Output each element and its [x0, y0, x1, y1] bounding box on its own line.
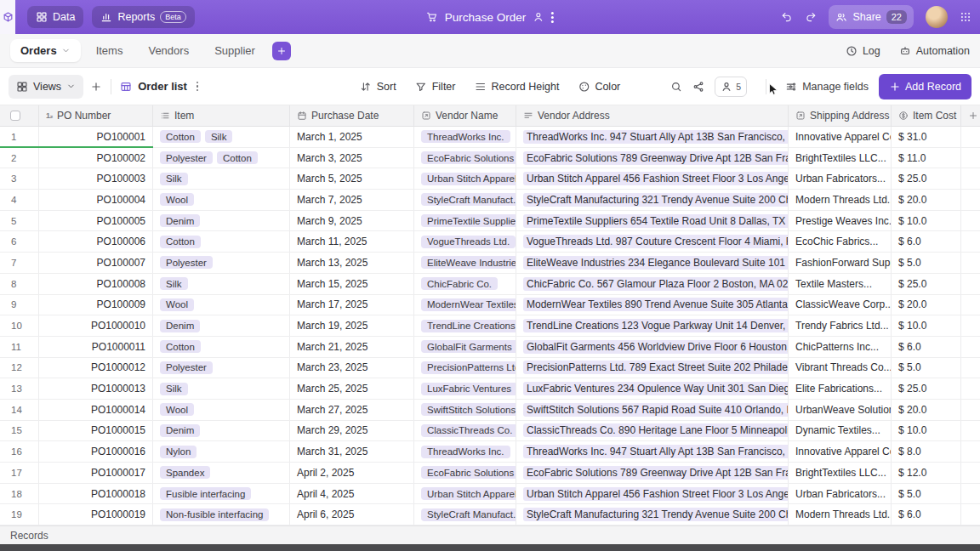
cell-po-number[interactable]: PO1000016 — [39, 441, 153, 462]
cell-item[interactable]: Silk — [153, 168, 290, 189]
cell-purchase-date[interactable]: April 4, 2025 — [290, 484, 414, 504]
cell-item-cost[interactable]: $ 6.0 — [892, 231, 961, 252]
cell-po-number[interactable]: PO1000011 — [39, 337, 153, 357]
cell-shipping-address[interactable]: Elite Fabrications... — [789, 378, 892, 399]
cell-item-cost[interactable]: $ 20.0 — [892, 400, 961, 420]
share-button[interactable]: Share 22 — [829, 5, 914, 29]
cell-po-number[interactable]: PO1000015 — [39, 421, 153, 441]
automation-button[interactable]: Automation — [899, 45, 970, 57]
cell-vendor-address[interactable]: EliteWeave Industries 234 Elegance Boule… — [516, 253, 789, 273]
row-number[interactable]: 4 — [0, 190, 39, 210]
cell-po-number[interactable]: PO1000019 — [39, 504, 153, 525]
cell-purchase-date[interactable]: March 29, 2025 — [290, 421, 414, 441]
cell-vendor-address[interactable]: SwiftStitch Solutions 567 Rapid Road Sui… — [516, 400, 789, 420]
user-avatar[interactable] — [926, 6, 948, 28]
column-header-item[interactable]: Item — [153, 105, 290, 126]
cell-shipping-address[interactable]: Innovative Apparel Co... — [789, 127, 892, 147]
cell-item[interactable]: Cotton — [153, 231, 290, 252]
cell-shipping-address[interactable]: ChicPatterns Inc... — [789, 337, 892, 357]
manage-fields-button[interactable]: Manage fields — [785, 81, 869, 93]
cell-vendor-name[interactable]: TrendLine Creations — [414, 315, 516, 336]
cell-po-number[interactable]: PO100001 — [39, 127, 153, 147]
cell-vendor-address[interactable]: StyleCraft Manufacturing 321 Trendy Aven… — [516, 504, 789, 525]
cell-vendor-name[interactable]: EliteWeave Industries — [414, 253, 516, 273]
cell-vendor-name[interactable]: StyleCraft Manufact... — [414, 504, 516, 525]
cell-purchase-date[interactable]: March 27, 2025 — [290, 400, 414, 420]
cell-vendor-name[interactable]: SwiftStitch Solutions — [414, 400, 516, 420]
cell-vendor-address[interactable]: Urban Stitch Apparel 456 Fashion Street … — [516, 484, 789, 504]
column-header-po-number[interactable]: 1₂PO Number — [39, 105, 153, 126]
reports-button[interactable]: Reports Beta — [92, 6, 194, 28]
cell-purchase-date[interactable]: March 7, 2025 — [290, 190, 414, 210]
row-number[interactable]: 9 — [0, 295, 39, 315]
column-header-vendor-address[interactable]: Vendor Address — [516, 105, 789, 126]
sort-button[interactable]: Sort — [352, 75, 404, 99]
cell-item-cost[interactable]: $ 6.0 — [892, 504, 961, 525]
cell-vendor-name[interactable]: ThreadWorks Inc. — [414, 441, 516, 462]
app-logo[interactable] — [0, 0, 15, 34]
cell-item[interactable]: Denim — [153, 421, 290, 441]
cell-item-cost[interactable]: $ 10.0 — [892, 211, 961, 231]
cell-vendor-address[interactable]: StyleCraft Manufacturing 321 Trendy Aven… — [516, 190, 789, 210]
cell-vendor-name[interactable]: ClassicThreads Co. — [414, 421, 516, 441]
cell-item[interactable]: CottonSilk — [153, 127, 290, 147]
cell-item[interactable]: Wool — [153, 190, 290, 210]
search-button[interactable] — [670, 81, 682, 93]
color-button[interactable]: Color — [570, 75, 628, 99]
row-number[interactable]: 5 — [0, 211, 39, 231]
redo-button[interactable] — [805, 11, 817, 23]
cell-item[interactable]: Fusible interfacing — [153, 484, 290, 504]
cell-vendor-address[interactable]: ModernWear Textiles 890 Trend Avenue Sui… — [516, 295, 789, 315]
cell-shipping-address[interactable]: BrightTextiles LLC... — [789, 148, 892, 168]
cell-item[interactable]: Nylon — [153, 441, 290, 462]
cell-shipping-address[interactable]: Modern Threads Ltd... — [789, 504, 892, 525]
cell-purchase-date[interactable]: March 15, 2025 — [290, 274, 414, 294]
views-button[interactable]: Views — [9, 75, 83, 99]
cell-item[interactable]: PolyesterCotton — [153, 148, 290, 168]
cell-vendor-address[interactable]: LuxFabric Ventures 234 Opulence Way Unit… — [516, 378, 789, 399]
cell-vendor-address[interactable]: EcoFabric Solutions 789 Greenway Drive A… — [516, 148, 789, 168]
cell-item-cost[interactable]: $ 25.0 — [892, 274, 961, 294]
cell-po-number[interactable]: PO100004 — [39, 190, 153, 210]
cell-purchase-date[interactable]: April 2, 2025 — [290, 463, 414, 483]
cell-po-number[interactable]: PO1000012 — [39, 358, 153, 378]
view-menu-kebab-icon[interactable] — [197, 82, 199, 92]
cell-vendor-name[interactable]: PrimeTextile Suppliers — [414, 211, 516, 231]
cell-po-number[interactable]: PO100002 — [39, 148, 153, 168]
data-button[interactable]: Data — [27, 6, 83, 28]
cell-shipping-address[interactable]: UrbanWeave Solutions... — [789, 400, 892, 420]
cell-vendor-address[interactable]: Urban Stitch Apparel 456 Fashion Street … — [516, 168, 789, 189]
cell-shipping-address[interactable]: Urban Fabricators... — [789, 168, 892, 189]
cell-po-number[interactable]: PO100007 — [39, 253, 153, 273]
cell-purchase-date[interactable]: March 21, 2025 — [290, 337, 414, 357]
cell-item-cost[interactable]: $ 10.0 — [892, 421, 961, 441]
cell-item-cost[interactable]: $ 5.0 — [892, 253, 961, 273]
collaborators-button[interactable]: 5 — [715, 77, 747, 97]
cell-vendor-name[interactable]: ModernWear Textiles — [414, 295, 516, 315]
cell-item[interactable]: Wool — [153, 295, 290, 315]
cell-purchase-date[interactable]: April 6, 2025 — [290, 504, 414, 525]
cell-shipping-address[interactable]: Innovative Apparel Co... — [789, 441, 892, 462]
cell-shipping-address[interactable]: FashionForward Supply... — [789, 253, 892, 273]
column-header-vendor-name[interactable]: Vendor Name — [414, 105, 516, 126]
cell-item[interactable]: Cotton — [153, 337, 290, 357]
cell-po-number[interactable]: PO1000014 — [39, 400, 153, 420]
select-all-checkbox[interactable] — [0, 105, 39, 126]
cell-vendor-name[interactable]: ChicFabric Co. — [414, 274, 516, 294]
row-number[interactable]: 6 — [0, 231, 39, 252]
cell-item[interactable]: Denim — [153, 315, 290, 336]
tab-vendors[interactable]: Vendors — [138, 39, 199, 62]
cell-po-number[interactable]: PO100005 — [39, 211, 153, 231]
cell-vendor-address[interactable]: PrecisionPatterns Ltd. 789 Exact Street … — [516, 358, 789, 378]
cell-purchase-date[interactable]: March 25, 2025 — [290, 378, 414, 399]
cell-po-number[interactable]: PO1000013 — [39, 378, 153, 399]
cell-vendor-address[interactable]: VogueThreads Ltd. 987 Couture Crescent F… — [516, 231, 789, 252]
cell-po-number[interactable]: PO100009 — [39, 295, 153, 315]
cell-vendor-name[interactable]: EcoFabric Solutions — [414, 463, 516, 483]
cell-vendor-address[interactable]: ThreadWorks Inc. 947 Stuart Ally Apt 13B… — [516, 127, 789, 147]
cell-vendor-address[interactable]: PrimeTextile Suppliers 654 Textile Road … — [516, 211, 789, 231]
cell-shipping-address[interactable]: Vibrant Threads Co... — [789, 358, 892, 378]
cell-vendor-address[interactable]: EcoFabric Solutions 789 Greenway Drive A… — [516, 463, 789, 483]
row-number[interactable]: 3 — [0, 168, 39, 189]
cell-vendor-name[interactable]: EcoFabric Solutions — [414, 148, 516, 168]
